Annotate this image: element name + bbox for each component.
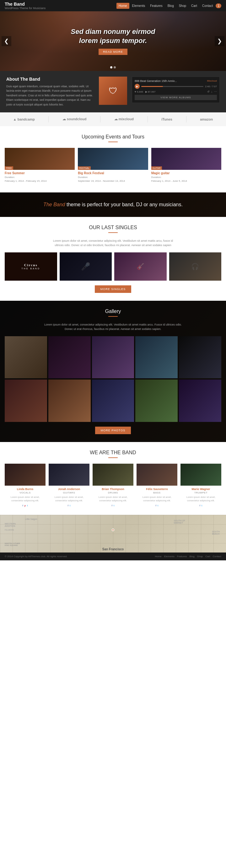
platform-amazon[interactable]: amazon — [200, 117, 213, 121]
platform-mixcloud[interactable]: ☁ mixcloud — [114, 117, 134, 121]
hero-cta-button[interactable]: READ MORE — [99, 49, 127, 55]
singles-header: OUR LAST SINGLES — [5, 225, 221, 233]
cart-count[interactable]: 1 — [216, 3, 221, 8]
nav-cart[interactable]: Cart — [189, 3, 199, 9]
member-role-3: DRUMS — [93, 491, 133, 494]
social-twitter-4[interactable]: t — [158, 504, 158, 507]
footer-nav-blog[interactable]: Blog — [190, 555, 195, 558]
gallery-img-4[interactable] — [135, 336, 177, 379]
footer-nav-cart[interactable]: Cart — [205, 555, 210, 558]
social-facebook-1[interactable]: f — [23, 504, 23, 507]
single-image-4[interactable]: 🎧 — [169, 252, 222, 281]
gallery-img-5[interactable] — [179, 336, 221, 379]
gallery-img-10[interactable] — [179, 379, 221, 422]
repost-icon[interactable]: ↺ — [207, 90, 210, 93]
hero-slider: Sed diam nonumy eirmod lorem ipsum tempo… — [0, 11, 226, 71]
gallery-divider — [108, 316, 118, 317]
social-facebook-3[interactable]: f — [112, 504, 112, 507]
members-header: WE ARE THE BAND — [5, 450, 221, 458]
singles-grid: Circus THE BAND 🎤 🎸 🎧 — [5, 252, 221, 281]
more-photos-button[interactable]: MORE PHOTOS — [95, 427, 131, 434]
platform-divider-2 — [100, 116, 100, 122]
single-card-3: 🎸 — [114, 252, 167, 281]
gallery-img-6[interactable] — [5, 379, 47, 422]
player-progress-bar[interactable] — [141, 86, 203, 87]
gallery-img-2[interactable] — [49, 336, 91, 379]
social-twitter-1[interactable]: t — [27, 504, 28, 507]
hero-prev-arrow[interactable]: ❮ — [2, 36, 11, 46]
social-twitter-2[interactable]: t — [70, 504, 70, 507]
share-icon[interactable]: ⋯ — [214, 90, 217, 93]
events-header: Upcoming Events and Tours — [5, 134, 221, 142]
player-action-icons: ↺ ↓ ⋯ — [207, 90, 217, 93]
gallery-img-8[interactable] — [92, 379, 134, 422]
event-title-1[interactable]: Free Summer — [5, 172, 75, 175]
view-album-link[interactable]: VIEW MORE ALBUMS — [135, 95, 217, 100]
play-button[interactable]: ▶ — [135, 84, 140, 89]
footer-nav: Home Elements Features Blog Shop Cart Co… — [155, 555, 221, 558]
gallery-img-7[interactable] — [49, 379, 91, 422]
download-icon[interactable]: ↓ — [211, 90, 213, 93]
social-facebook-2[interactable]: f — [68, 504, 68, 507]
more-singles-button[interactable]: MORE SINGLES — [95, 285, 131, 293]
circus-title: Circus THE BAND — [22, 263, 40, 270]
social-facebook-5[interactable]: f — [200, 504, 200, 507]
platform-itunes[interactable]: iTunes — [161, 117, 172, 121]
nav-contact[interactable]: Contact — [200, 3, 215, 9]
single-image-2[interactable]: 🎤 — [60, 252, 112, 281]
hero-dots — [110, 66, 116, 68]
footer-nav-home[interactable]: Home — [155, 555, 161, 558]
footer-nav-features[interactable]: Features — [177, 555, 187, 558]
nav-home[interactable]: Home — [117, 3, 129, 9]
member-photo-4 — [136, 464, 177, 486]
footer-nav-shop[interactable]: Shop — [197, 555, 203, 558]
event-title-3[interactable]: Magic guitar — [151, 172, 221, 175]
social-pinterest-1[interactable]: p — [25, 504, 26, 507]
singles-divider — [108, 232, 118, 233]
singles-section: OUR LAST SINGLES Lorem ipsum dolor sit a… — [0, 217, 226, 301]
social-facebook-4[interactable]: f — [156, 504, 156, 507]
hero-next-arrow[interactable]: ❯ — [215, 36, 224, 46]
event-meta-2: Duration: September 19, 2014 - November … — [78, 176, 148, 183]
audio-player: 888 Beat Generation 15th Anniv... Mixclo… — [132, 76, 220, 107]
members-section: WE ARE THE BAND Linda Burns VOCALS Lorem… — [0, 442, 226, 515]
platform-divider-3 — [148, 116, 148, 122]
band-promo-banner: The Band theme is perfect for your band,… — [0, 192, 226, 217]
member-photo-5 — [181, 464, 221, 486]
map-grid-overlay — [0, 515, 226, 553]
hero-dot-2[interactable] — [114, 66, 116, 68]
map-label-fillmore: FILLMORE — [5, 529, 14, 531]
about-section: About The Band Duis eget quam interdum, … — [0, 71, 226, 113]
social-twitter-5[interactable]: t — [201, 504, 202, 507]
event-title-2[interactable]: Big Rock Festival — [78, 172, 148, 175]
map-pin — [112, 529, 114, 531]
nav-blog[interactable]: Blog — [165, 3, 176, 9]
member-name-2: Jonah Anderson — [49, 488, 90, 491]
nav-features[interactable]: Features — [148, 3, 164, 9]
gallery-header: Gallery — [5, 309, 221, 317]
member-desc-5: Lorem ipsum dolor sit amet, consectetur … — [181, 495, 221, 503]
member-name-1: Linda Burns — [5, 488, 45, 491]
nav-shop[interactable]: Shop — [177, 3, 188, 9]
members-title: WE ARE THE BAND — [5, 450, 221, 456]
social-twitter-3[interactable]: t — [114, 504, 114, 507]
member-social-1: f p t — [5, 504, 45, 507]
member-photo-1 — [5, 464, 45, 486]
footer-copyright: © 2014 Copyright by AllThemes.club. All … — [5, 555, 67, 558]
footer-nav-contact[interactable]: Contact — [213, 555, 221, 558]
member-card-4: Félix Sauveterre BASS Lorem ipsum dolor … — [136, 464, 177, 507]
map-placeholder[interactable]: Little Saigon WESTERNADDITION FILLMORE M… — [0, 515, 226, 553]
gallery-img-1[interactable] — [5, 336, 47, 379]
member-desc-2: Lorem ipsum dolor sit amet, consectetur … — [49, 495, 90, 503]
player-controls: ▶ 2:46 / 7:07 — [135, 84, 217, 89]
hero-dot-1[interactable] — [110, 66, 112, 68]
single-image-3[interactable]: 🎸 — [114, 252, 167, 281]
single-card-1: Circus THE BAND — [5, 252, 57, 281]
nav-elements[interactable]: Elements — [130, 3, 148, 9]
single-image-1[interactable]: Circus THE BAND — [5, 252, 57, 281]
platform-soundcloud[interactable]: ☁ soundcloud — [62, 117, 86, 121]
platform-bandcamp[interactable]: ▲ bandcamp — [13, 117, 35, 121]
gallery-img-9[interactable] — [135, 379, 177, 422]
gallery-img-3[interactable] — [92, 336, 134, 379]
footer-nav-elements[interactable]: Elements — [164, 555, 174, 558]
